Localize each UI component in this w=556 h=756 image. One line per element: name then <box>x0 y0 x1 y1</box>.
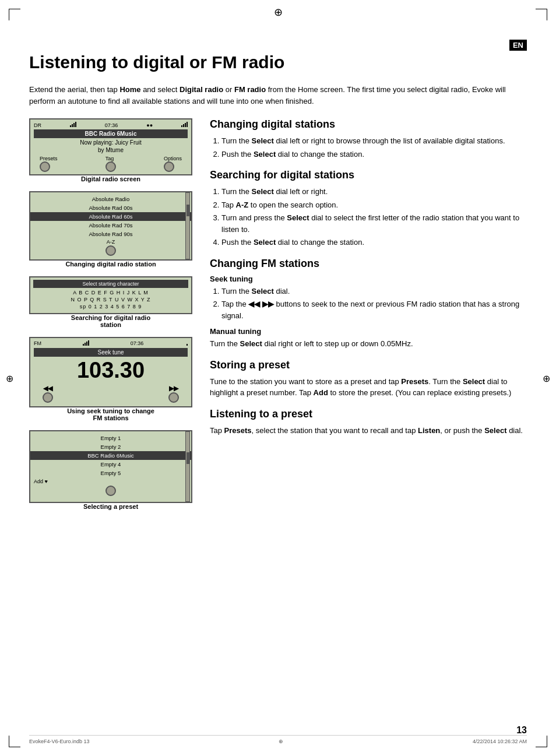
list-item-4: Absolute Rad 90s <box>30 230 191 238</box>
intro-digital-radio: Digital radio <box>180 85 223 94</box>
list-item-3: Absolute Rad 70s <box>30 221 191 230</box>
dr-signal <box>70 122 76 128</box>
searching-label-line1: Searching for digital radio <box>71 314 150 321</box>
listen-bold: Listen <box>418 426 440 435</box>
searching-digital-screen-label: Searching for digital radio station <box>29 314 192 328</box>
section-storing-preset: Storing a preset Tune to the station you… <box>210 359 527 399</box>
dr-station-name: BBC Radio 6Music <box>34 129 188 138</box>
searching-digital-step-2: Tap A-Z to open the search option. <box>221 199 527 211</box>
presets-bold-2: Presets <box>224 426 252 435</box>
presets-button-label: Presets <box>40 156 58 172</box>
fm-prev-icon: ◀◀ <box>43 385 53 392</box>
storing-preset-text: Tune to the station you want to store as… <box>210 376 527 399</box>
changing-digital-step-2: Push the Select dial to change the stati… <box>221 149 527 160</box>
changing-digital-steps: Turn the Select dial left or right to br… <box>210 135 527 160</box>
left-column: DR 07:36 ●● <box>29 118 192 519</box>
digital-radio-screen: DR 07:36 ●● <box>29 118 192 175</box>
dr-topbar: DR 07:36 ●● <box>34 122 188 128</box>
changing-digital-screen-label: Changing digital radio station <box>29 261 192 268</box>
section-storing-preset-title: Storing a preset <box>210 359 527 371</box>
searching-digital-step-4: Push the Select dial to change the stati… <box>221 237 527 248</box>
select-bold-2: Select <box>254 150 276 159</box>
fm-seek-screen-wrapper: FM 07:36 <box>29 337 192 421</box>
dr-time: 07:36 <box>105 122 118 128</box>
crosshair-left: ⊕ <box>6 372 13 384</box>
preset-scrollbar <box>185 431 190 502</box>
section-listening-preset-title: Listening to a preset <box>210 408 527 420</box>
en-badge: EN <box>509 40 527 51</box>
fm-seek-screen-label: Using seek tuning to change FM stations <box>29 407 192 421</box>
signal-bar-1 <box>70 125 71 127</box>
searching-digital-step-3: Turn and press the Select dial to select… <box>221 212 527 235</box>
select-bold-3: Select <box>252 187 274 196</box>
fm-seek-label-line1: Using seek tuning to change <box>67 407 154 414</box>
corner-mark-bl <box>9 736 20 747</box>
preset-screen-label: Selecting a preset <box>29 503 192 510</box>
fm-prev-dial <box>43 392 53 403</box>
signal-bars <box>70 122 76 127</box>
char-row-2: N O P Q R S T U V W X Y Z <box>33 297 188 303</box>
changing-digital-step-1: Turn the Select dial left or right to br… <box>221 135 527 147</box>
fm-seek-screen: FM 07:36 <box>29 337 192 407</box>
fm-prev-area: ◀◀ <box>43 385 53 404</box>
preset-item-4: Empty 5 <box>30 469 191 477</box>
tag-dial <box>105 161 116 172</box>
preset-dial <box>105 486 116 496</box>
preset-dial-row <box>30 486 191 500</box>
tag-label: Tag <box>105 156 116 161</box>
fm-top-right <box>185 340 188 347</box>
searching-digital-steps: Turn the Select dial left or right. Tap … <box>210 186 527 248</box>
fm-frequency: 103.30 <box>34 357 188 382</box>
select-bold-9: Select <box>484 426 506 435</box>
intro-text-mid1: and select <box>141 85 180 94</box>
fm-seek-label: Seek tune <box>34 348 188 357</box>
seek-step-1: Turn the Select dial. <box>221 286 527 297</box>
az-dial <box>105 245 116 256</box>
fm-signal <box>83 340 89 347</box>
fm-topbar: FM 07:36 <box>34 340 188 347</box>
fm-time: 07:36 <box>131 340 144 347</box>
char-row-1: A B C D E F G H I J K L M <box>33 290 188 296</box>
intro-paragraph: Extend the aerial, then tap Home and sel… <box>29 84 525 107</box>
section-changing-fm: Changing FM stations Seek tuning Turn th… <box>210 258 527 350</box>
list-scrollbar <box>185 192 190 259</box>
manual-tuning-subtitle: Manual tuning <box>210 327 527 336</box>
select-bold-4: Select <box>287 213 309 222</box>
char-row-3: sp 0 1 2 3 4 5 6 7 8 9 <box>33 304 188 310</box>
listening-preset-text: Tap Presets, select the station that you… <box>210 425 527 437</box>
fm-signal-bars-2 <box>185 340 188 346</box>
manual-tuning-text: Turn the Select dial right or left to st… <box>210 338 527 350</box>
options-button-label: Options <box>164 156 182 172</box>
preset-item-3: Empty 4 <box>30 460 191 469</box>
page-container: ⊕ ⊕ ⊕ EN Listening to digital or FM radi… <box>0 0 556 756</box>
section-listening-preset: Listening to a preset Tap Presets, selec… <box>210 408 527 437</box>
fm-next-icon: ▶▶ <box>168 385 179 392</box>
changing-digital-screen: Absolute Radio Absolute Rad 00s Absolute… <box>29 191 192 261</box>
select-bold-1: Select <box>252 136 274 145</box>
list-item-2: Absolute Rad 60s <box>30 212 191 221</box>
fm-dials-row: ◀◀ ▶▶ <box>34 385 188 404</box>
select-bold-5: Select <box>254 238 276 247</box>
corner-mark-tr <box>536 9 547 20</box>
presets-dial <box>40 161 50 172</box>
searching-label-line2: station <box>100 321 121 328</box>
select-bold-6: Select <box>252 287 274 296</box>
section-changing-fm-title: Changing FM stations <box>210 258 527 270</box>
preset-item-1: Empty 2 <box>30 442 191 451</box>
digital-radio-screen-label: Digital radio screen <box>29 175 192 182</box>
corner-mark-tl <box>9 9 20 20</box>
crosshair-top: ⊕ <box>274 6 283 19</box>
options-dial <box>164 161 174 172</box>
intro-text-start: Extend the aerial, then tap <box>29 85 119 94</box>
right-column: Changing digital stations Turn the Selec… <box>210 118 527 445</box>
footer-right: 4/22/2014 10:26:32 AM <box>473 739 527 744</box>
options-label: Options <box>164 156 182 161</box>
searching-digital-screen-wrapper: Select starting character A B C D E F G … <box>29 276 192 328</box>
signal-bar-2 <box>72 124 73 127</box>
footer: EvokeF4-V6-Euro.indb 13 ⊕ 4/22/2014 10:2… <box>29 735 527 744</box>
preset-scrollbar-thumb <box>186 452 190 464</box>
section-changing-digital: Changing digital stations Turn the Selec… <box>210 118 527 160</box>
fm-next-area: ▶▶ <box>168 385 179 404</box>
seek-step-2: Tap the ◀◀ ▶▶ buttons to seek to the nex… <box>221 298 527 321</box>
az-label: A-Z <box>30 238 191 245</box>
